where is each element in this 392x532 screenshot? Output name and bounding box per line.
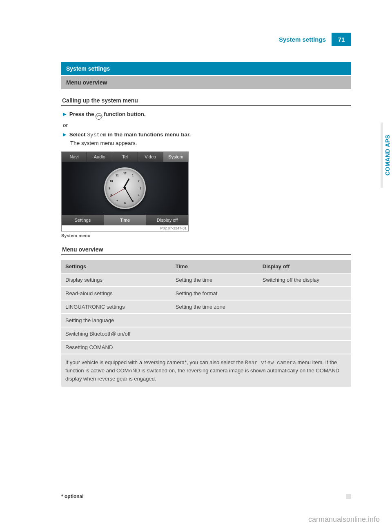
note-pre: If your vehicle is equipped with a rever… — [65, 359, 245, 365]
system-menu-screenshot: Navi Audio Tel Video System 12 1 2 3 4 5… — [61, 151, 189, 231]
sys-button-icon: SYS — [96, 113, 102, 120]
header-section-title: System settings — [274, 33, 332, 46]
top-tab-bar: Navi Audio Tel Video System — [62, 152, 188, 162]
tab-tel: Tel — [112, 152, 138, 162]
subheading-menu-overview: Menu overview — [61, 244, 351, 255]
screenshot-caption: System menu — [61, 233, 351, 238]
step1-suffix: function button. — [104, 111, 146, 117]
step-press-function-button: ▶ Press the SYS function button. — [63, 110, 351, 120]
page-header: System settings 71 — [61, 33, 351, 46]
step1-prefix: Press the — [69, 111, 94, 117]
table-note-row: If your vehicle is equipped with a rever… — [61, 354, 351, 387]
tab-video: Video — [138, 152, 163, 162]
bullet-icon: ▶ — [63, 131, 66, 138]
step2-prefix: Select — [69, 131, 86, 138]
side-tab: COMAND APS — [381, 122, 392, 188]
tab-time: Time — [104, 215, 147, 225]
page-number: 71 — [332, 33, 351, 46]
footer-square-icon — [346, 494, 351, 499]
analog-clock-icon: 12 1 2 3 4 5 6 7 8 9 10 11 — [104, 167, 146, 209]
step2-result: The system menu appears. — [70, 139, 351, 147]
table-row: Resetting COMAND — [61, 341, 351, 354]
menu-overview-table: Settings Time Display off Display settin… — [61, 259, 351, 388]
table-row: Setting the language — [61, 314, 351, 327]
tab-navi: Navi — [62, 152, 87, 162]
step-or: or — [63, 121, 351, 129]
th-settings: Settings — [61, 260, 172, 273]
tab-system: System — [163, 152, 188, 162]
table-header-row: Settings Time Display off — [61, 260, 351, 273]
subheading-calling-up: Calling up the system menu — [61, 95, 351, 106]
th-display-off: Display off — [258, 260, 351, 273]
screenshot-code: P82.87-2247-31 — [62, 225, 188, 231]
page-footer: * optional — [61, 494, 351, 499]
step2-suffix: in the main functions menu bar. — [108, 131, 191, 138]
table-row: Read-aloud settingsSetting the format — [61, 287, 351, 300]
subsection-band-menu-overview: Menu overview — [61, 76, 351, 89]
table-row: LINGUATRONIC settingsSetting the time zo… — [61, 301, 351, 313]
th-time: Time — [172, 260, 258, 273]
section-band-system-settings: System settings — [61, 62, 351, 75]
note-mono: Rear view camera — [245, 360, 296, 366]
step-select-system: ▶ Select System in the main functions me… — [63, 131, 351, 147]
minute-hand — [125, 188, 133, 202]
bottom-tab-bar: Settings Time Display off — [62, 215, 188, 225]
footnote-optional: * optional — [61, 494, 84, 499]
watermark: carmanualsonline.info — [308, 515, 380, 524]
bullet-icon: ▶ — [63, 111, 66, 118]
tab-settings: Settings — [62, 215, 104, 225]
tab-audio: Audio — [87, 152, 112, 162]
table-row: Switching Bluetooth® on/off — [61, 327, 351, 340]
step2-system-label: System — [87, 132, 106, 138]
clock-area: 12 1 2 3 4 5 6 7 8 9 10 11 — [62, 162, 188, 215]
tab-display-off: Display off — [146, 215, 188, 225]
side-tab-label: COMAND APS — [384, 135, 391, 176]
clock-center-dot — [124, 187, 126, 189]
second-hand — [110, 188, 125, 197]
table-row: Display settingsSetting the timeSwitchin… — [61, 274, 351, 286]
